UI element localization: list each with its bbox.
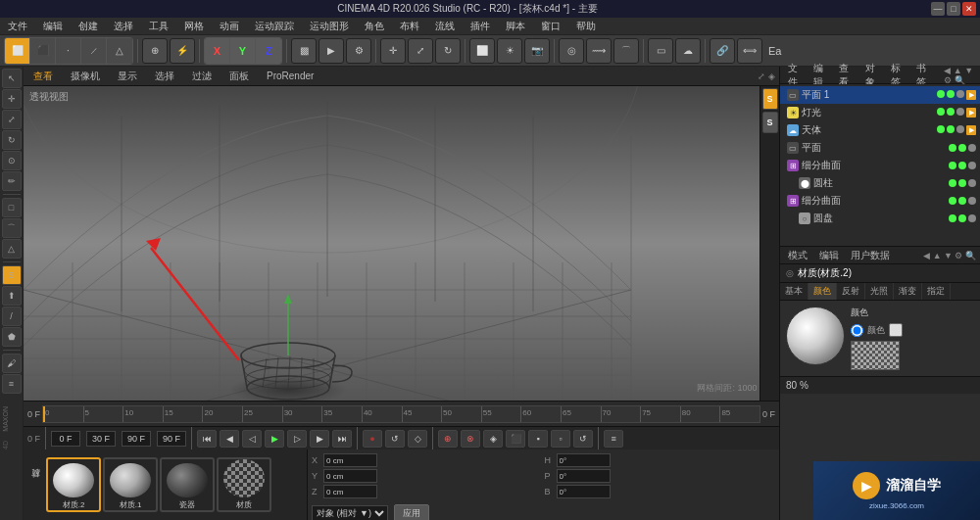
spline-tool[interactable]: ⌒: [2, 218, 22, 238]
select-tool[interactable]: ↖: [2, 69, 22, 88]
userdata-tab[interactable]: 用户数据: [847, 249, 894, 262]
vis-dot-2-0[interactable]: [937, 125, 945, 133]
vis-dot-5-2[interactable]: [968, 179, 976, 187]
vis-dot-2-1[interactable]: [947, 125, 955, 133]
menu-item-工具[interactable]: 工具: [145, 19, 172, 34]
coord-mode-select[interactable]: 对象 (相对 ▼): [312, 505, 388, 521]
vis-dot-5-1[interactable]: [958, 179, 966, 187]
menu-item-文件[interactable]: 文件: [4, 19, 31, 34]
mirror-button[interactable]: ⟺: [737, 38, 762, 64]
magnet-warp-tool[interactable]: S: [2, 265, 22, 285]
mat-tab-assign[interactable]: 指定: [922, 283, 951, 300]
material-thumb-1[interactable]: 材质.1: [103, 457, 158, 512]
mat-tab-gradient[interactable]: 渐变: [894, 283, 922, 300]
max-frame-field[interactable]: [157, 431, 186, 447]
floor-button[interactable]: ▭: [648, 38, 673, 64]
deformer-button[interactable]: ⟿: [586, 38, 612, 64]
vis-dot-6-2[interactable]: [968, 197, 976, 205]
motion-rec2[interactable]: ⊗: [461, 430, 480, 448]
timeline-ruler[interactable]: 051015202530354045505560657075808590: [42, 405, 760, 423]
record-button[interactable]: ●: [363, 430, 382, 448]
menu-item-布料[interactable]: 布料: [396, 19, 423, 34]
menu-item-网格[interactable]: 网格: [180, 19, 208, 34]
x-axis-button[interactable]: X: [205, 38, 230, 64]
vis-dot-5-0[interactable]: [949, 179, 956, 187]
vis-dot-0-2[interactable]: [956, 90, 964, 98]
vis-dot-1-0[interactable]: [937, 108, 945, 116]
s-icon-2[interactable]: S: [762, 112, 778, 133]
close-button[interactable]: ✕: [962, 2, 976, 16]
vp-tab-extra[interactable]: ProRender: [261, 70, 319, 82]
loop-button[interactable]: ↺: [385, 430, 405, 448]
y-axis-button[interactable]: Y: [230, 38, 256, 64]
vp-tab-view[interactable]: 查看: [27, 69, 59, 84]
material-button[interactable]: ◎: [559, 38, 584, 64]
z-pos-field[interactable]: [323, 485, 377, 498]
y-pos-field[interactable]: [323, 469, 377, 483]
rotate-tool-button[interactable]: ↻: [435, 38, 461, 64]
prev-key-button[interactable]: ◁: [242, 430, 262, 448]
maximize-button[interactable]: □: [947, 2, 960, 16]
menu-item-帮助[interactable]: 帮助: [572, 19, 600, 34]
mat-tab-reflect[interactable]: 反射: [837, 283, 865, 300]
object-row-7[interactable]: ○圆盘: [780, 210, 980, 227]
key-all[interactable]: ⬛: [506, 430, 525, 448]
vis-dot-0-1[interactable]: [947, 90, 955, 98]
vp-tab-display[interactable]: 显示: [112, 69, 143, 84]
move-tool[interactable]: ✛: [2, 89, 22, 109]
vp-tab-filter[interactable]: 选择: [149, 69, 180, 84]
object-row-4[interactable]: ⊞细分曲面: [780, 157, 980, 174]
material-thumb-2[interactable]: 瓷器: [160, 457, 215, 512]
key-sel[interactable]: ◈: [483, 430, 503, 448]
menu-item-角色[interactable]: 角色: [361, 19, 388, 34]
camera-button[interactable]: 📷: [524, 38, 550, 64]
light-button[interactable]: ☀: [497, 38, 522, 64]
object-row-2[interactable]: ☁天体▶: [780, 121, 980, 139]
z-size-field[interactable]: [557, 485, 611, 498]
color-swatch-1[interactable]: [889, 323, 903, 337]
vis-dot-4-1[interactable]: [958, 162, 966, 169]
vis-dot-6-0[interactable]: [949, 197, 956, 205]
s-icon-1[interactable]: S: [762, 88, 778, 110]
sky-button[interactable]: ☁: [675, 38, 701, 64]
rotate-tool[interactable]: ↻: [2, 130, 22, 150]
next-key-button[interactable]: ▷: [287, 430, 307, 448]
vis-dot-7-0[interactable]: [949, 214, 956, 222]
start-frame-field[interactable]: [51, 431, 80, 447]
vis-dot-1-1[interactable]: [947, 108, 955, 116]
mat-tab-color[interactable]: 颜色: [808, 283, 837, 300]
mat-tab-light[interactable]: 光照: [865, 283, 894, 300]
next-frame-button[interactable]: ▶: [310, 430, 329, 448]
key-scale[interactable]: ▫: [551, 430, 570, 448]
go-first-button[interactable]: ⏮: [197, 430, 217, 448]
key-pos[interactable]: ▪: [528, 430, 548, 448]
timeline-button[interactable]: ≡: [604, 430, 623, 448]
menu-item-窗口[interactable]: 窗口: [537, 19, 564, 34]
mid-frame-field[interactable]: [86, 431, 116, 447]
live-select-tool[interactable]: ⊙: [2, 151, 22, 170]
shape-tool[interactable]: □: [2, 198, 22, 217]
vis-dot-3-0[interactable]: [949, 144, 956, 152]
object-row-0[interactable]: ▭平面 1▶: [780, 86, 980, 104]
menu-item-运动图形[interactable]: 运动图形: [306, 19, 353, 34]
object-row-1[interactable]: ☀灯光▶: [780, 104, 980, 121]
render-view-button[interactable]: ▶: [318, 38, 344, 64]
mat-tab-basic[interactable]: 基本: [780, 283, 808, 300]
face-mode-button[interactable]: △: [107, 38, 132, 64]
vis-dot-2-2[interactable]: [956, 125, 964, 133]
motion-record[interactable]: ⊕: [438, 430, 458, 448]
vis-dot-4-2[interactable]: [968, 162, 976, 169]
vis-dot-3-2[interactable]: [968, 144, 976, 152]
model-mode-button[interactable]: ⬜: [5, 38, 30, 64]
menu-item-流线[interactable]: 流线: [431, 19, 459, 34]
spline-button[interactable]: ⌒: [613, 38, 639, 64]
vp-tab-panel[interactable]: 过滤: [186, 69, 218, 84]
scale-tool-button[interactable]: ⤢: [408, 38, 433, 64]
menu-item-编辑[interactable]: 编辑: [39, 19, 67, 34]
go-last-button[interactable]: ⏭: [332, 430, 352, 448]
edge-mode-button[interactable]: ⟋: [81, 38, 107, 64]
keyframe-button[interactable]: ◇: [408, 430, 427, 448]
texture-mode-button[interactable]: ⬛: [30, 38, 56, 64]
x-pos-field[interactable]: [323, 453, 377, 467]
play-button[interactable]: ▶: [265, 430, 284, 448]
